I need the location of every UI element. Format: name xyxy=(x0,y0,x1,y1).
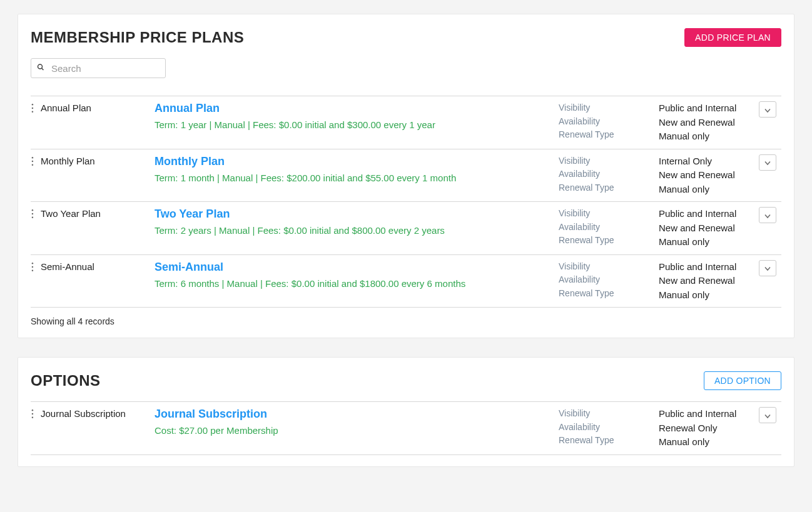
label-renewal: Renewal Type xyxy=(559,287,659,301)
svg-point-0 xyxy=(38,64,43,69)
row-subtitle: Cost: $27.00 per Membership xyxy=(155,425,278,436)
label-visibility: Visibility xyxy=(559,207,659,221)
row-actions-dropdown[interactable] xyxy=(759,154,776,171)
label-availability: Availability xyxy=(559,221,659,234)
value-visibility: Public and Internal xyxy=(659,260,759,274)
svg-point-2 xyxy=(32,104,34,106)
row-actions xyxy=(759,260,781,276)
row-values: Public and InternalNew and RenewalManual… xyxy=(659,207,759,249)
label-availability: Availability xyxy=(559,421,659,434)
row-actions xyxy=(759,154,781,171)
search-wrap xyxy=(31,58,781,78)
list-item: Journal SubscriptionJournal Subscription… xyxy=(31,401,781,455)
row-name: Semi-Annual xyxy=(41,260,155,272)
value-availability: New and Renewal xyxy=(659,116,759,130)
chevron-down-icon xyxy=(764,410,771,421)
svg-point-13 xyxy=(32,269,34,271)
row-actions xyxy=(759,207,781,223)
label-visibility: Visibility xyxy=(559,154,659,168)
value-visibility: Public and Internal xyxy=(659,207,759,221)
row-values: Public and InternalNew and RenewalManual… xyxy=(659,101,759,144)
chevron-down-icon xyxy=(764,157,771,168)
add-price-plan-button[interactable]: ADD PRICE PLAN xyxy=(684,28,781,47)
row-subtitle: Term: 1 year | Manual | Fees: $0.00 init… xyxy=(155,119,435,130)
row-link-title[interactable]: Semi-Annual xyxy=(155,260,223,274)
svg-point-15 xyxy=(32,413,34,415)
value-availability: New and Renewal xyxy=(659,274,759,288)
row-main: Two Year PlanTerm: 2 years | Manual | Fe… xyxy=(155,207,559,237)
svg-point-10 xyxy=(32,216,34,218)
row-name: Annual Plan xyxy=(41,101,155,113)
value-availability: New and Renewal xyxy=(659,168,759,183)
drag-handle-icon[interactable] xyxy=(31,407,41,419)
chevron-down-icon xyxy=(764,104,771,115)
panel-title: OPTIONS xyxy=(31,372,101,389)
label-visibility: Visibility xyxy=(559,260,659,274)
value-renewal: Manual only xyxy=(659,235,759,249)
row-name: Two Year Plan xyxy=(41,207,155,219)
value-visibility: Public and Internal xyxy=(659,101,759,116)
row-name: Journal Subscription xyxy=(41,407,155,419)
row-subtitle: Term: 2 years | Manual | Fees: $0.00 ini… xyxy=(155,225,445,236)
drag-handle-icon[interactable] xyxy=(31,101,41,113)
row-labels: VisibilityAvailabilityRenewal Type xyxy=(559,154,659,195)
row-name: Monthly Plan xyxy=(41,154,155,166)
label-renewal: Renewal Type xyxy=(559,128,659,142)
row-values: Public and InternalNew and RenewalManual… xyxy=(659,260,759,303)
svg-point-4 xyxy=(32,111,34,113)
row-actions-dropdown[interactable] xyxy=(759,101,776,118)
value-availability: Renewal Only xyxy=(659,421,759,436)
row-main: Journal SubscriptionCost: $27.00 per Mem… xyxy=(155,407,559,437)
drag-handle-icon[interactable] xyxy=(31,154,41,166)
row-actions-dropdown[interactable] xyxy=(759,260,776,276)
search-input[interactable] xyxy=(31,58,166,78)
value-availability: New and Renewal xyxy=(659,221,759,236)
drag-handle-icon[interactable] xyxy=(31,260,41,272)
label-renewal: Renewal Type xyxy=(559,234,659,248)
row-main: Semi-AnnualTerm: 6 months | Manual | Fee… xyxy=(155,260,559,290)
add-option-button[interactable]: ADD OPTION xyxy=(704,371,781,390)
row-actions xyxy=(759,407,781,423)
value-renewal: Manual only xyxy=(659,183,759,197)
row-actions xyxy=(759,101,781,118)
label-visibility: Visibility xyxy=(559,407,659,421)
svg-point-7 xyxy=(32,164,34,166)
drag-handle-icon[interactable] xyxy=(31,207,41,219)
options-panel: OPTIONS ADD OPTION Journal SubscriptionJ… xyxy=(18,357,794,467)
svg-point-8 xyxy=(32,209,34,211)
svg-point-3 xyxy=(32,108,34,109)
label-availability: Availability xyxy=(559,273,659,287)
row-main: Monthly PlanTerm: 1 month | Manual | Fee… xyxy=(155,154,559,184)
row-link-title[interactable]: Journal Subscription xyxy=(155,407,267,421)
label-renewal: Renewal Type xyxy=(559,181,659,195)
row-actions-dropdown[interactable] xyxy=(759,207,776,223)
svg-point-6 xyxy=(32,160,34,162)
list-item: Annual PlanAnnual PlanTerm: 1 year | Man… xyxy=(31,96,781,149)
row-link-title[interactable]: Two Year Plan xyxy=(155,207,230,221)
svg-point-11 xyxy=(32,263,34,264)
chevron-down-icon xyxy=(764,263,771,273)
row-values: Public and InternalRenewal OnlyManual on… xyxy=(659,407,759,449)
svg-line-1 xyxy=(42,68,44,70)
price-plans-panel: MEMBERSHIP PRICE PLANS ADD PRICE PLAN An… xyxy=(18,14,794,338)
row-actions-dropdown[interactable] xyxy=(759,407,776,423)
chevron-down-icon xyxy=(764,210,771,221)
list-item: Monthly PlanMonthly PlanTerm: 1 month | … xyxy=(31,149,781,202)
records-count: Showing all 4 records xyxy=(31,316,781,326)
value-renewal: Manual only xyxy=(659,435,759,449)
svg-point-5 xyxy=(32,157,34,159)
row-labels: VisibilityAvailabilityRenewal Type xyxy=(559,407,659,448)
value-renewal: Manual only xyxy=(659,129,759,144)
svg-point-16 xyxy=(32,416,34,418)
row-labels: VisibilityAvailabilityRenewal Type xyxy=(559,101,659,142)
label-renewal: Renewal Type xyxy=(559,434,659,448)
panel-title: MEMBERSHIP PRICE PLANS xyxy=(31,29,244,46)
row-link-title[interactable]: Monthly Plan xyxy=(155,154,225,169)
svg-point-12 xyxy=(32,266,34,268)
row-labels: VisibilityAvailabilityRenewal Type xyxy=(559,207,659,248)
label-visibility: Visibility xyxy=(559,101,659,115)
value-visibility: Internal Only xyxy=(659,154,759,169)
value-renewal: Manual only xyxy=(659,288,759,303)
list-item: Two Year PlanTwo Year PlanTerm: 2 years … xyxy=(31,201,781,254)
row-link-title[interactable]: Annual Plan xyxy=(155,101,220,116)
